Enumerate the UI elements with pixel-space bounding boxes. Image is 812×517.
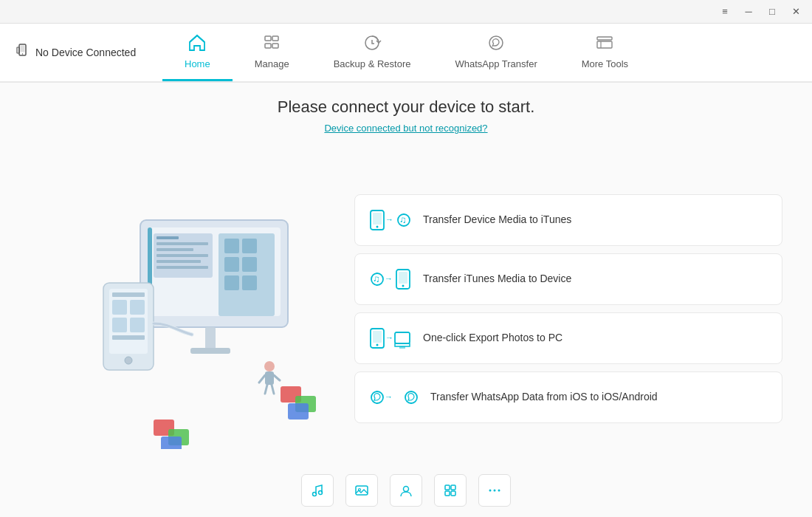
svg-rect-52: [161, 436, 182, 449]
svg-rect-18: [156, 248, 193, 251]
svg-rect-38: [130, 318, 145, 332]
svg-rect-28: [242, 275, 257, 290]
svg-rect-27: [224, 275, 239, 290]
svg-text:♫: ♫: [373, 273, 380, 284]
svg-rect-24: [242, 239, 257, 253]
bottom-toolbar: [0, 468, 812, 510]
tab-home-label: Home: [185, 58, 210, 69]
svg-point-55: [376, 225, 379, 227]
feature-cards: → ♫ Transfer Device Media to iTunes ♫ →: [354, 148, 782, 468]
svg-rect-71: [399, 346, 405, 349]
close-button[interactable]: ✕: [785, 4, 806, 20]
svg-rect-5: [272, 36, 278, 41]
minimize-button[interactable]: ─: [738, 4, 759, 20]
nav-tabs: Home Manage: [162, 24, 812, 81]
svg-rect-81: [451, 485, 455, 490]
svg-rect-19: [156, 254, 208, 257]
device-status: No Device Connected: [0, 24, 162, 81]
feature-card-text-export-photos: One-click Export Photos to PC: [423, 331, 562, 346]
menu-button[interactable]: ≡: [715, 4, 735, 20]
music-button[interactable]: [301, 474, 334, 507]
device-not-recognized-link[interactable]: Device connected but not recognized?: [324, 123, 487, 134]
svg-text:→: →: [385, 333, 393, 342]
svg-rect-17: [156, 242, 208, 245]
tab-backup-restore[interactable]: Backup & Restore: [312, 24, 433, 81]
svg-rect-11: [597, 41, 612, 48]
svg-rect-69: [395, 332, 410, 343]
svg-text:♫: ♫: [399, 214, 407, 225]
device-icon: [15, 44, 30, 62]
whatsapp-transfer-icon: →: [370, 384, 419, 411]
titlebar: ≡ ─ □ ✕: [0, 0, 812, 24]
svg-rect-42: [265, 372, 274, 385]
svg-point-76: [319, 491, 323, 495]
feature-card-transfer-to-itunes[interactable]: → ♫ Transfer Device Media to iTunes: [354, 194, 782, 246]
main-content: Please connect your device to start. Dev…: [0, 83, 812, 517]
svg-rect-80: [445, 485, 450, 490]
home-icon: [187, 33, 207, 55]
svg-line-43: [259, 375, 265, 383]
svg-rect-21: [156, 266, 208, 269]
svg-rect-54: [373, 213, 382, 225]
svg-point-75: [313, 493, 317, 496]
export-photos-icon: →: [370, 325, 411, 352]
more-button[interactable]: [478, 474, 511, 507]
maximize-button[interactable]: □: [762, 4, 782, 20]
svg-point-9: [489, 36, 503, 49]
feature-card-export-photos[interactable]: → One-click Export Photos to PC: [354, 312, 782, 364]
svg-point-40: [125, 357, 132, 364]
apps-button[interactable]: [434, 474, 467, 507]
svg-point-84: [489, 490, 492, 492]
svg-rect-16: [156, 236, 179, 239]
tab-backup-label: Backup & Restore: [334, 58, 411, 69]
device-status-text: No Device Connected: [35, 47, 136, 58]
contacts-button[interactable]: [390, 474, 422, 507]
svg-point-85: [494, 490, 496, 492]
tab-more-tools[interactable]: More Tools: [560, 24, 650, 81]
manage-icon: [262, 33, 281, 55]
svg-rect-23: [224, 239, 239, 253]
svg-rect-63: [399, 272, 407, 284]
more-tools-icon: [595, 33, 614, 55]
svg-rect-26: [242, 257, 257, 272]
tab-home[interactable]: Home: [162, 24, 233, 81]
tab-manage-label: Manage: [255, 58, 289, 69]
svg-rect-1: [21, 45, 25, 52]
tab-whatsapp[interactable]: WhatsApp Transfer: [433, 24, 559, 81]
titlebar-controls: ≡ ─ □ ✕: [715, 4, 806, 20]
tab-more-tools-label: More Tools: [582, 58, 628, 69]
feature-card-text-whatsapp: Transfer WhatsApp Data from iOS to iOS/A…: [430, 390, 658, 405]
svg-rect-7: [272, 44, 278, 48]
svg-line-46: [272, 385, 274, 394]
svg-rect-70: [395, 343, 410, 346]
svg-line-45: [265, 385, 267, 394]
content-area: → ♫ Transfer Device Media to iTunes ♫ →: [15, 148, 797, 468]
svg-point-41: [264, 361, 275, 372]
svg-rect-20: [156, 260, 201, 263]
backup-icon: [362, 33, 382, 55]
transfer-to-itunes-icon: → ♫: [370, 207, 411, 233]
svg-point-64: [402, 284, 405, 287]
svg-rect-82: [445, 491, 450, 496]
feature-card-whatsapp[interactable]: → Transfer WhatsApp Data from iOS to iOS…: [354, 372, 782, 423]
svg-point-67: [376, 343, 379, 346]
svg-rect-34: [112, 292, 145, 297]
feature-card-transfer-from-itunes[interactable]: ♫ → Transfer iTunes Media to Device: [354, 253, 782, 305]
feature-card-text-transfer-to-itunes: Transfer Device Media to iTunes: [423, 213, 571, 227]
svg-rect-37: [112, 318, 127, 332]
svg-rect-10: [597, 37, 612, 40]
svg-text:→: →: [385, 215, 393, 224]
illustration: [30, 148, 340, 468]
tab-whatsapp-label: WhatsApp Transfer: [455, 58, 537, 69]
svg-rect-77: [356, 486, 368, 495]
svg-rect-36: [130, 300, 145, 315]
svg-rect-66: [373, 331, 382, 343]
svg-point-79: [404, 487, 409, 492]
transfer-from-itunes-icon: ♫ →: [370, 266, 411, 292]
photos-button[interactable]: [345, 474, 378, 507]
navbar: No Device Connected Home: [0, 24, 812, 83]
tab-manage[interactable]: Manage: [233, 24, 312, 81]
svg-text:→: →: [385, 274, 393, 283]
svg-rect-4: [265, 36, 271, 41]
whatsapp-icon: [486, 33, 506, 55]
